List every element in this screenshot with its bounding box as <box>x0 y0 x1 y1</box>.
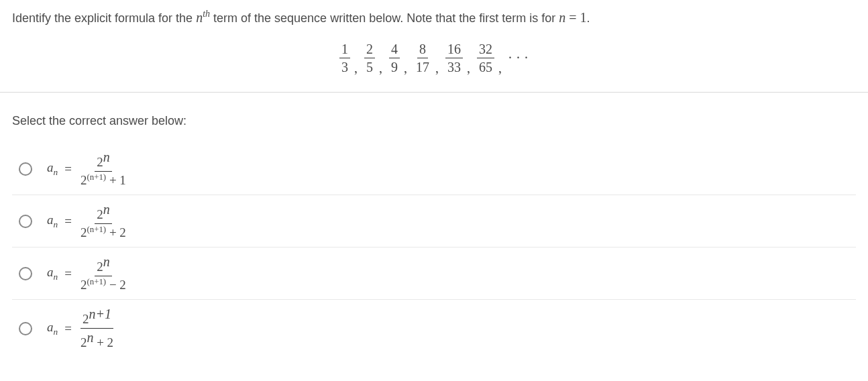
question-part-1: Identify the explicit formula for the <box>12 11 196 25</box>
seq-term: 13 <box>339 40 350 76</box>
seq-term: 25 <box>364 40 375 76</box>
divider <box>0 92 868 93</box>
comma: , <box>353 60 362 76</box>
seq-term: 49 <box>389 40 400 76</box>
comma: , <box>378 60 386 76</box>
option-2[interactable]: an = 2n 2(n+1) + 2 <box>12 195 856 248</box>
option-formula: an = 2n 2(n+1) + 2 <box>47 201 128 241</box>
seq-term: 817 <box>414 40 431 76</box>
radio-button[interactable] <box>19 215 32 228</box>
options-list: an = 2n 2(n+1) + 1 an = 2n 2(n+1) + 2 an… <box>12 143 856 357</box>
seq-term: 3265 <box>477 40 494 76</box>
seq-term: 1633 <box>445 40 463 76</box>
question-part-2: term of the sequence written below. Note… <box>210 11 559 25</box>
question-text: Identify the explicit formula for the nt… <box>12 7 856 28</box>
option-formula: an = 2n 2(n+1) + 1 <box>47 148 128 189</box>
value-one: 1 <box>580 10 587 25</box>
period: . <box>587 11 590 25</box>
option-formula: an = 2n 2(n+1) − 2 <box>47 253 128 294</box>
nth-var: nth <box>196 10 210 25</box>
comma: , <box>402 60 411 76</box>
radio-button[interactable] <box>19 322 32 335</box>
radio-button[interactable] <box>19 162 32 176</box>
option-1[interactable]: an = 2n 2(n+1) + 1 <box>12 143 856 195</box>
answer-prompt: Select the correct answer below: <box>12 114 856 128</box>
ellipsis: · · · <box>508 50 529 66</box>
option-4[interactable]: an = 2n+1 2n + 2 <box>12 300 856 357</box>
sequence-display: 13, 25, 49, 817, 1633, 3265, · · · <box>12 40 856 76</box>
n-var: n <box>559 10 565 25</box>
radio-button[interactable] <box>19 267 32 280</box>
option-formula: an = 2n+1 2n + 2 <box>47 305 115 351</box>
comma: , <box>466 60 474 76</box>
equals-sign: = <box>565 10 580 25</box>
comma: , <box>497 60 506 76</box>
comma: , <box>434 60 443 76</box>
option-3[interactable]: an = 2n 2(n+1) − 2 <box>12 248 856 300</box>
